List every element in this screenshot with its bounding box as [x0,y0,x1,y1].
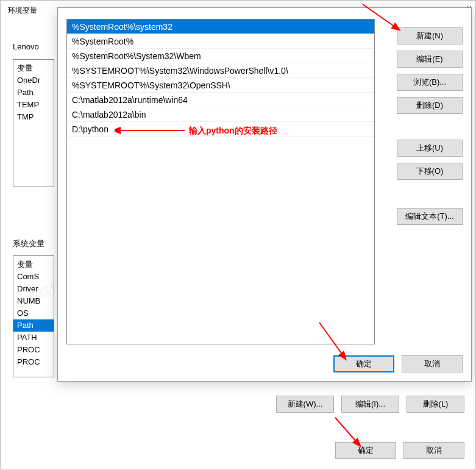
list-item[interactable]: OS [17,307,50,319]
new-w-button[interactable]: 新建(W)... [276,396,334,413]
path-entry[interactable]: C:\matlab2012a\runtime\win64 [67,93,374,107]
path-entry[interactable]: %SystemRoot% [67,34,374,49]
annotation-label: 输入python的安装路径 [189,126,277,137]
system-vars-label: 系统变量 [13,238,44,249]
user-vars-listbox[interactable]: 变量 OneDr Path TEMP TMP [13,59,54,187]
cancel-button[interactable]: 取消 [403,442,464,459]
path-entry[interactable]: %SYSTEMROOT%\System32\OpenSSH\ [67,78,374,93]
list-item[interactable]: Path [13,319,54,332]
user-vars-label: Lenovo [13,42,39,51]
edit-text-button[interactable]: 编辑文本(T)... [397,208,463,225]
system-vars-listbox[interactable]: 变量 ComS Driver NUMB OS Path PATH PROC PR… [13,255,54,377]
list-item[interactable]: TMP [17,111,50,123]
path-entry[interactable]: C:\matlab2012a\bin [67,107,374,122]
move-down-button[interactable]: 下移(O) [397,163,463,180]
new-button[interactable]: 新建(N) [397,27,463,45]
dialog-footer: 确定 取消 [333,355,463,372]
edit-i-button[interactable]: 编辑(I)... [341,396,399,413]
list-item[interactable]: NUMB [17,295,50,307]
list-item[interactable]: PATH [17,332,50,344]
browse-button[interactable]: 浏览(B)... [397,74,463,91]
path-entry[interactable]: %SystemRoot%\system32 [67,20,374,34]
column-header: 变量 [17,258,50,271]
list-item[interactable]: Driver [17,283,50,295]
ok-button[interactable]: 确定 [333,355,394,372]
path-entry[interactable]: %SYSTEMROOT%\System32\WindowsPowerShell\… [67,63,374,78]
list-item[interactable]: TEMP [17,99,50,111]
delete-l-button[interactable]: 删除(L) [407,396,464,413]
edit-button[interactable]: 编辑(E) [397,51,463,68]
ok-button[interactable]: 确定 [335,442,396,459]
list-item[interactable]: OneDr [17,74,50,87]
list-item[interactable]: ComS [17,271,50,283]
move-up-button[interactable]: 上移(U) [397,140,463,157]
column-header: 变量 [17,62,50,74]
cancel-button[interactable]: 取消 [402,355,463,372]
delete-button[interactable]: 删除(D) [397,97,463,114]
list-item[interactable]: PROC [17,356,50,368]
side-button-column: 新建(N) 编辑(E) 浏览(B)... 删除(D) 上移(U) 下移(O) 编… [397,27,463,231]
edit-path-dialog: %SystemRoot%\system32 %SystemRoot% %Syst… [57,7,472,382]
list-item[interactable]: Path [17,87,50,99]
list-item[interactable]: PROC [17,344,50,356]
path-listbox[interactable]: %SystemRoot%\system32 %SystemRoot% %Syst… [66,19,375,344]
path-entry[interactable]: %SystemRoot%\System32\Wbem [67,49,374,63]
